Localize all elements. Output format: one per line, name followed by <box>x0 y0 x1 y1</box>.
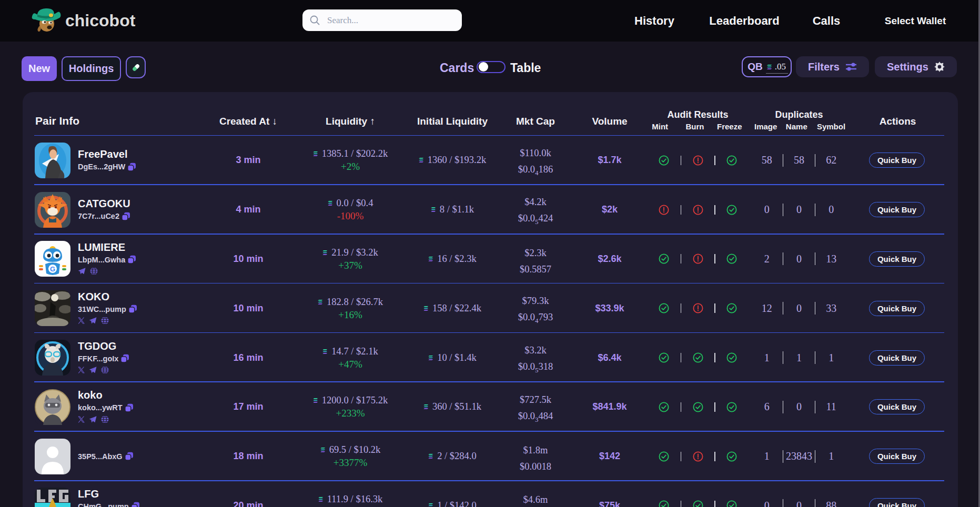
svg-text:G: G <box>50 265 55 273</box>
